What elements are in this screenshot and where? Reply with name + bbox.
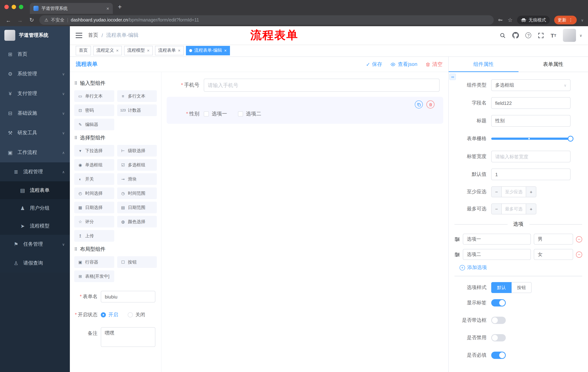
palette-item-counter[interactable]: 123计数器 — [117, 105, 157, 116]
palette-item-switch[interactable]: ◐开关 — [74, 173, 114, 185]
style-button-button[interactable]: 按钮 — [512, 282, 532, 293]
font-size-icon[interactable]: TT — [551, 32, 556, 38]
back-icon[interactable]: ← — [4, 17, 12, 23]
decrease-icon[interactable]: − — [492, 187, 502, 197]
min-select-input[interactable] — [502, 187, 526, 197]
tab-close-icon[interactable]: × — [106, 6, 109, 11]
add-option-button[interactable]: + 添加选项 — [460, 264, 582, 271]
sidebar-item-task-mgmt[interactable]: ⚑ 任务管理 ∨ — [0, 235, 70, 254]
default-value-input[interactable] — [491, 169, 570, 180]
avatar-caret-icon[interactable]: ∨ — [579, 33, 582, 37]
link-icon[interactable]: ∞ — [449, 74, 456, 80]
sidebar-item-process-model[interactable]: ➤ 流程模型 — [0, 217, 70, 235]
gender-field[interactable]: *性别 选项一 选项二 — [170, 111, 440, 117]
sidebar-item-workflow[interactable]: ▣ 工作流程 ∧ — [0, 143, 70, 162]
palette-item-textarea[interactable]: ≡多行文本 — [117, 90, 157, 102]
component-type-select[interactable]: 多选框组 ∨ — [491, 79, 570, 91]
bookmark-star-icon[interactable]: ☆ — [508, 17, 513, 23]
palette-item-select[interactable]: ▾下拉选择 — [74, 145, 114, 157]
palette-item-upload[interactable]: ↥上传 — [74, 230, 114, 242]
drag-handle-icon[interactable] — [454, 252, 460, 257]
phone-field[interactable]: *手机号 — [167, 76, 443, 94]
show-label-toggle[interactable] — [491, 299, 506, 307]
gender-field-selected[interactable]: *性别 选项一 选项二 — [167, 97, 443, 124]
option-2-label-input[interactable] — [463, 249, 531, 260]
form-grid-slider[interactable] — [491, 133, 570, 145]
chevron-down-icon[interactable]: ∨ — [581, 18, 584, 22]
sidebar-item-infra[interactable]: ⊟ 基础设施 ∨ — [0, 103, 70, 123]
form-canvas[interactable]: *手机号 — [162, 72, 448, 372]
palette-item-color-picker[interactable]: ◍颜色选择 — [117, 216, 157, 227]
palette-item-row-container[interactable]: ▣行容器 — [74, 256, 114, 268]
close-icon[interactable]: × — [224, 48, 227, 53]
forward-icon[interactable]: → — [16, 17, 24, 23]
palette-item-editor[interactable]: ✎编辑器 — [74, 119, 114, 130]
sidebar-item-system[interactable]: ⚙ 系统管理 ∨ — [0, 64, 70, 84]
gender-option-1-checkbox[interactable]: 选项一 — [204, 111, 227, 117]
save-button[interactable]: ✓ 保存 — [366, 61, 382, 67]
close-icon[interactable]: × — [116, 48, 119, 53]
sidebar-item-payment[interactable]: ¥ 支付管理 ∨ — [0, 84, 70, 103]
drag-handle-icon[interactable] — [454, 237, 460, 242]
sidebar-item-process-form[interactable]: ▤ 流程表单 — [0, 181, 70, 199]
tag-process-model[interactable]: 流程模型 × — [124, 46, 153, 55]
palette-item-cascader[interactable]: ⊢级联选择 — [117, 145, 157, 157]
title-input[interactable] — [491, 115, 570, 127]
palette-item-time-range[interactable]: ◷时间范围 — [117, 187, 157, 199]
sidebar-item-user-group[interactable]: ♟ 用户分组 — [0, 199, 70, 217]
search-icon[interactable] — [500, 32, 506, 38]
fullscreen-icon[interactable] — [538, 32, 544, 38]
status-off-radio[interactable]: 关闭 — [128, 312, 145, 318]
palette-item-checkbox-group[interactable]: ☑多选框组 — [117, 159, 157, 171]
reload-icon[interactable]: ↻ — [28, 17, 36, 23]
sidebar-item-devtools[interactable]: ⚒ 研发工具 ∨ — [0, 123, 70, 143]
palette-item-password[interactable]: ⊡密码 — [74, 105, 114, 116]
tab-form-props[interactable]: 表单属性 — [518, 57, 588, 72]
border-toggle[interactable] — [491, 317, 506, 324]
option-2-value-input[interactable] — [534, 249, 573, 260]
phone-input[interactable] — [204, 79, 440, 92]
browser-tab[interactable]: 芋道管理系统 × — [30, 3, 113, 14]
increase-icon[interactable]: + — [526, 204, 536, 214]
remove-option-icon[interactable]: − — [576, 251, 582, 257]
sidebar-item-process-mgmt[interactable]: ≣ 流程管理 ∧ — [0, 162, 70, 181]
tag-process-form-edit[interactable]: 流程表单-编辑 × — [186, 46, 230, 55]
copy-component-icon[interactable] — [415, 100, 423, 108]
palette-item-single-line-text[interactable]: ▭单行文本 — [74, 90, 114, 102]
hamburger-icon[interactable] — [76, 32, 82, 38]
address-bar[interactable]: ⚠ 不安全 | dashboard.yudao.iocoder.cn/bpm/m… — [39, 15, 494, 25]
tag-home[interactable]: 首页 — [76, 46, 91, 55]
palette-item-rate[interactable]: ☆评分 — [74, 216, 114, 227]
option-1-label-input[interactable] — [463, 234, 531, 244]
increase-icon[interactable]: + — [526, 187, 536, 197]
form-name-input[interactable] — [101, 291, 155, 302]
help-icon[interactable]: ? — [525, 32, 531, 38]
palette-item-time-picker[interactable]: ◴时间选择 — [74, 187, 114, 199]
style-default-button[interactable]: 默认 — [491, 282, 512, 293]
gender-option-2-checkbox[interactable]: 选项二 — [238, 111, 261, 117]
sidebar-item-home[interactable]: ⊞ 首页 — [0, 44, 70, 64]
maximize-window-button[interactable] — [19, 5, 23, 9]
view-json-button[interactable]: 查看json — [390, 61, 417, 67]
max-select-input[interactable] — [502, 204, 526, 214]
palette-item-date-range[interactable]: ▤日期范围 — [117, 202, 157, 213]
decrease-icon[interactable]: − — [492, 204, 502, 214]
palette-item-slider[interactable]: ⊸滑块 — [117, 173, 157, 185]
breadcrumb-home[interactable]: 首页 — [88, 32, 98, 39]
status-on-radio[interactable]: 开启 — [101, 312, 118, 318]
delete-component-icon[interactable] — [426, 100, 434, 108]
tab-component-props[interactable]: 组件属性 — [449, 57, 518, 72]
close-icon[interactable]: × — [147, 48, 149, 53]
close-window-button[interactable] — [4, 5, 9, 9]
palette-item-radio-group[interactable]: ◉单选框组 — [74, 159, 114, 171]
minimize-window-button[interactable] — [12, 5, 16, 9]
field-name-input[interactable] — [491, 97, 570, 109]
palette-item-table[interactable]: ⊞表格[开发中] — [74, 270, 114, 282]
clear-button[interactable]: 清空 — [425, 61, 442, 67]
user-avatar[interactable] — [563, 29, 576, 42]
palette-item-button[interactable]: ☐按钮 — [117, 256, 157, 268]
browser-menu-icon[interactable]: ⋮ — [568, 18, 573, 22]
slider-handle[interactable] — [568, 136, 573, 142]
label-width-input[interactable] — [491, 151, 570, 162]
palette-item-date-picker[interactable]: ▦日期选择 — [74, 202, 114, 213]
